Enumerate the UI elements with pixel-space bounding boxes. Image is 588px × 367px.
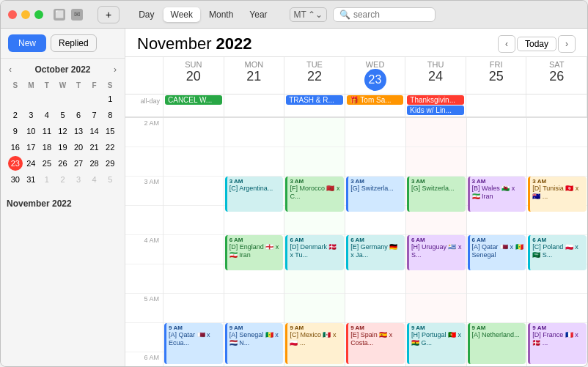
event-switzerland[interactable]: 3 AM[G] Switzerla... (346, 177, 405, 212)
timezone-selector[interactable]: MT ⌃⌄ (290, 7, 327, 22)
mini-cal-day[interactable]: 30 (8, 172, 23, 187)
close-button[interactable] (8, 10, 17, 19)
hour-3am-sun[interactable] (163, 177, 224, 206)
day-col-sun[interactable]: 9 AM[A] Qatar 🇶🇦 x Ecua... 12 PM[B] Unit… (163, 118, 224, 366)
day-col-sat[interactable]: 3 AM[D] Tunisia 🇹🇳 x 🇦🇺 ... 6 AM[C] Pola… (527, 118, 587, 366)
mini-cal-day[interactable]: 12 (56, 124, 70, 138)
all-day-mon[interactable] (224, 94, 285, 116)
mini-cal-day[interactable]: 5 (56, 108, 70, 122)
hour-5am-sat[interactable] (527, 294, 587, 323)
search-input[interactable] (353, 10, 429, 20)
mini-cal-day[interactable]: 15 (103, 124, 117, 138)
mini-cal-day[interactable]: 31 (24, 172, 39, 187)
mini-cal-day[interactable]: 20 (71, 140, 86, 155)
event-thanksgiving[interactable]: Thanksgivin... (407, 95, 464, 105)
mini-cal-day[interactable]: 4 (87, 172, 102, 187)
day-col-fri[interactable]: 3 AM[B] Wales 🏴󠁧󠁢󠁷󠁬󠁳󠁿 x 🇮🇷 Iran 6 AM[A] … (467, 118, 528, 366)
maximize-button[interactable] (34, 10, 43, 19)
hour-2am30-wed[interactable] (345, 147, 405, 177)
day-col-mon[interactable]: 3 AM[C] Argentina... 6 AM[D] England 🏴󠁧󠁢… (224, 118, 285, 366)
mini-cal-day[interactable]: 28 (87, 156, 102, 171)
hour-2am-mon[interactable] (224, 118, 284, 147)
mini-cal-day[interactable]: 6 (71, 108, 86, 122)
minimize-button[interactable] (21, 10, 30, 19)
mini-cal-day[interactable]: 9 (8, 124, 23, 138)
day-col-wed[interactable]: 3 AM[G] Switzerla... 6 AM[E] Germany 🇩🇪 … (345, 118, 406, 366)
tab-month[interactable]: Month (202, 7, 240, 22)
mini-cal-day[interactable]: 18 (40, 140, 54, 155)
event-netherlands[interactable]: 9 AM[A] Netherland... (468, 323, 526, 364)
event-senegal-mon[interactable]: 9 AM[A] Senegal 🇸🇳 x 🇳🇱 N... (225, 323, 284, 364)
event-portugal[interactable]: 9 AM[H] Portugal 🇵🇹 x 🇬🇭 G... (407, 323, 466, 364)
mini-cal-day[interactable]: 1 (40, 172, 54, 187)
mini-cal-day[interactable]: 13 (71, 124, 86, 138)
mini-cal-day[interactable]: 21 (87, 140, 102, 155)
hour-2am30-sat[interactable] (527, 147, 587, 177)
sidebar-toggle-icon[interactable]: ⬜ (54, 9, 65, 21)
search-box[interactable]: 🔍 (333, 7, 436, 22)
event-mexico[interactable]: 9 AM[C] Mexico 🇲🇽 x 🇵🇱 ... (285, 323, 344, 364)
mini-cal-day[interactable]: 27 (71, 156, 86, 171)
mini-cal-prev[interactable]: ‹ (7, 64, 14, 75)
event-tom-sa[interactable]: 🎁 Tom Sa... (347, 95, 404, 105)
day-col-tue[interactable]: 3 AM[F] Morocco 🇲🇦 x C... 6 AM[D] Denmar… (284, 118, 345, 366)
mini-cal-day[interactable]: 2 (8, 108, 23, 122)
event-argentina-mon[interactable]: 3 AM[C] Argentina... (225, 177, 284, 212)
mini-cal-day[interactable]: 19 (56, 140, 70, 155)
hour-2am30-sun[interactable] (163, 147, 224, 177)
event-germany[interactable]: 6 AM[E] Germany 🇩🇪 x Ja... (346, 235, 405, 270)
mini-cal-day[interactable]: 3 (24, 108, 39, 122)
mini-cal-day[interactable]: 14 (87, 124, 102, 138)
all-day-fri[interactable] (466, 94, 527, 116)
all-day-tue[interactable]: TRASH & R... (284, 94, 345, 116)
mini-cal-day[interactable]: 10 (24, 124, 39, 138)
replied-button[interactable]: Replied (51, 34, 97, 52)
mini-cal-day[interactable]: 11 (40, 124, 54, 138)
hour-2am30-mon[interactable] (224, 147, 284, 177)
event-kids[interactable]: Kids w/ Lin... (407, 105, 464, 115)
event-spain[interactable]: 9 AM[E] Spain 🇪🇸 x Costa... (346, 323, 405, 364)
all-day-sun[interactable]: CANCEL W... (163, 94, 224, 116)
hour-2am30-tue[interactable] (284, 147, 345, 177)
event-cancel-w[interactable]: CANCEL W... (165, 95, 222, 105)
event-denmark[interactable]: 6 AM[D] Denmark 🇩🇰 x Tu... (285, 235, 344, 270)
event-tunisia[interactable]: 3 AM[D] Tunisia 🇹🇳 x 🇦🇺 ... (528, 177, 587, 212)
hour-4am30-sun[interactable] (163, 264, 224, 294)
mini-cal-day[interactable]: 26 (56, 156, 70, 171)
tab-year[interactable]: Year (242, 7, 274, 22)
mini-cal-day[interactable]: 24 (24, 156, 39, 171)
hour-2am-wed[interactable] (345, 118, 405, 147)
hour-5am-wed[interactable] (345, 294, 405, 323)
all-day-thu[interactable]: Thanksgivin... Kids w/ Lin... (405, 94, 466, 116)
cal-next-button[interactable]: › (558, 35, 576, 53)
hour-2am-thu[interactable] (406, 118, 466, 147)
event-switzerland-thu[interactable]: 3 AM[G] Switzerla... (407, 177, 466, 212)
event-trash[interactable]: TRASH & R... (286, 95, 343, 105)
hour-5am-tue[interactable] (284, 294, 345, 323)
mini-cal-day[interactable]: 22 (103, 140, 117, 155)
new-button[interactable]: New (8, 34, 46, 52)
mini-cal-day[interactable]: 29 (103, 156, 117, 171)
all-day-wed[interactable]: 🎁 Tom Sa... (345, 94, 406, 116)
hour-2am-sun[interactable] (163, 118, 224, 147)
mini-cal-day[interactable]: 5 (103, 172, 117, 187)
tab-day[interactable]: Day (131, 7, 161, 22)
hour-2am-fri[interactable] (467, 118, 527, 147)
hour-2am30-thu[interactable] (406, 147, 466, 177)
hour-5am-sun[interactable] (163, 294, 224, 323)
tab-week[interactable]: Week (163, 7, 200, 22)
event-morocco[interactable]: 3 AM[F] Morocco 🇲🇦 x C... (285, 177, 344, 212)
mini-cal-day[interactable]: 8 (103, 108, 117, 122)
hour-2am-tue[interactable] (284, 118, 345, 147)
day-col-thu[interactable]: 3 AM[G] Switzerla... 6 AM[H] Uruguay 🇺🇾 … (406, 118, 467, 366)
mini-cal-day[interactable]: 23 (8, 156, 23, 171)
event-uruguay[interactable]: 6 AM[H] Uruguay 🇺🇾 x S... (407, 235, 466, 270)
hour-4am-sun[interactable] (163, 235, 224, 264)
event-wales-iran[interactable]: 3 AM[B] Wales 🏴󠁧󠁢󠁷󠁬󠁳󠁿 x 🇮🇷 Iran (468, 177, 526, 212)
today-button[interactable]: Today (517, 37, 556, 51)
mini-cal-next[interactable]: › (111, 64, 119, 75)
mini-cal-day[interactable]: 17 (24, 140, 39, 155)
event-poland[interactable]: 6 AM[C] Poland 🇵🇱 x 🇸🇦 S... (528, 235, 587, 270)
all-day-sat[interactable] (526, 94, 587, 116)
hour-2am30-fri[interactable] (467, 147, 527, 177)
